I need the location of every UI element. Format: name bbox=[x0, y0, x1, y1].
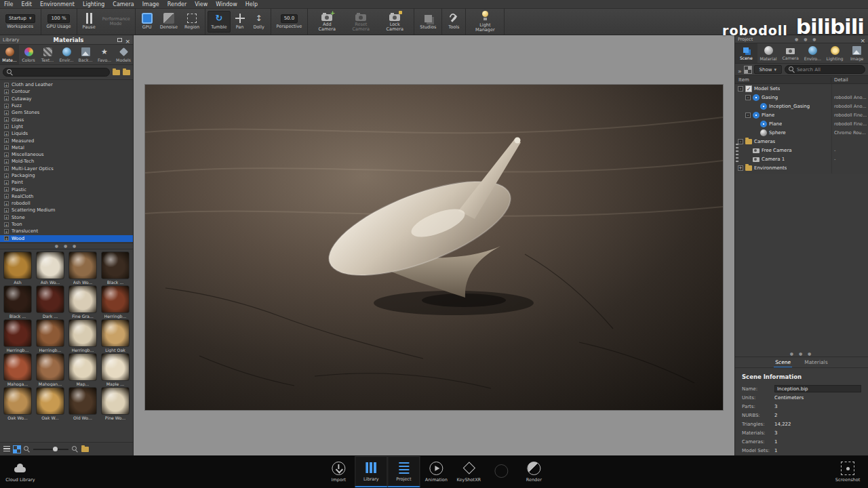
tree-row[interactable]: Camera 1- bbox=[735, 155, 868, 163]
subtab-scene[interactable]: Scene bbox=[774, 358, 792, 367]
library-search-input[interactable] bbox=[3, 68, 110, 77]
tree-row[interactable]: -Cameras bbox=[735, 137, 868, 146]
category-item[interactable]: Gem Stones bbox=[0, 109, 133, 116]
menu-item-camera[interactable]: Camera bbox=[108, 0, 138, 9]
menu-item-render[interactable]: Render bbox=[163, 0, 191, 9]
category-item[interactable]: Measured bbox=[0, 137, 133, 144]
category-item[interactable]: Fuzz bbox=[0, 102, 133, 109]
material-item[interactable]: Herringb... bbox=[100, 285, 131, 319]
add-folder-icon[interactable] bbox=[123, 70, 130, 75]
pause-button[interactable]: Pause bbox=[79, 11, 99, 32]
category-item[interactable]: Toon bbox=[0, 221, 133, 228]
material-item[interactable]: Mahogan... bbox=[35, 353, 66, 386]
denoise-button[interactable]: Denoise bbox=[157, 11, 181, 32]
material-item[interactable]: Mahoga... bbox=[2, 353, 33, 386]
expand-icon[interactable] bbox=[4, 201, 9, 206]
viewport-render[interactable] bbox=[145, 85, 723, 410]
expander-icon[interactable]: + bbox=[738, 165, 743, 171]
category-item[interactable]: Packaging bbox=[0, 172, 133, 179]
category-item[interactable]: Multi-Layer Optics bbox=[0, 165, 133, 172]
library-tab-colors[interactable]: Colors bbox=[19, 45, 38, 64]
expander-icon[interactable]: - bbox=[738, 139, 743, 144]
expand-icon[interactable] bbox=[4, 236, 9, 241]
category-item[interactable]: Scattering Medium bbox=[0, 207, 133, 214]
tree-row[interactable]: SphereChrome Rou... bbox=[735, 128, 868, 137]
eye-icon[interactable] bbox=[760, 121, 767, 127]
pan-button[interactable]: Pan bbox=[231, 11, 250, 32]
menu-item-view[interactable]: View bbox=[191, 0, 212, 9]
studios-button[interactable]: Studios bbox=[416, 12, 439, 32]
checkbox-icon[interactable] bbox=[745, 85, 752, 92]
region-button[interactable]: Region bbox=[181, 11, 203, 32]
eye-icon[interactable] bbox=[753, 112, 760, 119]
expand-icon[interactable] bbox=[4, 124, 9, 129]
tree-row[interactable]: Inception_Gasingrobodoll Ano... bbox=[735, 102, 868, 110]
expand-icon[interactable] bbox=[4, 117, 9, 122]
category-item[interactable]: Translucent bbox=[0, 228, 133, 235]
expand-icon[interactable] bbox=[4, 194, 9, 199]
tree-row[interactable]: Planerobodoll Fine... bbox=[735, 119, 868, 128]
expand-icon[interactable] bbox=[4, 138, 9, 143]
library-tab-models[interactable]: Models bbox=[114, 45, 133, 64]
gpu-usage-value[interactable]: 100 % bbox=[47, 14, 69, 23]
bottom-item-disabled-feature[interactable] bbox=[485, 456, 517, 487]
reset-camera-button[interactable]: Reset Camera bbox=[344, 9, 378, 35]
material-item[interactable]: Ash Wo... bbox=[35, 251, 66, 285]
tumble-button[interactable]: Tumble bbox=[208, 11, 230, 32]
workspace-dropdown[interactable]: Startup bbox=[5, 14, 35, 23]
screenshot-button[interactable]: Screenshot bbox=[831, 456, 864, 487]
column-detail[interactable]: Detail bbox=[831, 77, 848, 83]
category-item[interactable]: Cutaway bbox=[0, 96, 133, 102]
material-item[interactable]: Oak W... bbox=[35, 387, 66, 420]
menu-item-environment[interactable]: Environment bbox=[36, 0, 79, 9]
library-tab-favo[interactable]: Favo... bbox=[95, 45, 114, 64]
category-item[interactable]: Mold-Tech bbox=[0, 158, 133, 165]
panel-splitter[interactable] bbox=[0, 243, 133, 249]
material-item[interactable]: Maple ... bbox=[100, 353, 131, 386]
expand-icon[interactable] bbox=[4, 174, 9, 178]
expand-icon[interactable] bbox=[4, 83, 9, 87]
expand-icon[interactable] bbox=[4, 131, 9, 136]
category-item[interactable]: Cloth and Leather bbox=[0, 81, 133, 88]
column-item[interactable]: Item bbox=[735, 77, 831, 83]
menu-item-image[interactable]: Image bbox=[138, 0, 163, 9]
menu-item-file[interactable]: File bbox=[0, 0, 17, 9]
project-tab-camera[interactable]: Camera bbox=[779, 43, 802, 63]
project-tab-enviro[interactable]: Enviro... bbox=[802, 43, 824, 63]
category-item[interactable]: Contour bbox=[0, 88, 133, 95]
workspace-selector[interactable]: Startup Workspaces bbox=[2, 12, 39, 31]
category-item[interactable]: Light bbox=[0, 123, 133, 130]
eye-icon[interactable] bbox=[760, 103, 767, 110]
expander-icon[interactable]: - bbox=[745, 113, 751, 118]
dolly-button[interactable]: Dolly bbox=[250, 11, 269, 32]
scene-info-value[interactable]: Inception.bip bbox=[774, 385, 861, 392]
folders-icon[interactable] bbox=[113, 70, 120, 75]
performance-mode-button[interactable]: Performance Mode bbox=[99, 15, 133, 29]
panel-resize-handle[interactable] bbox=[736, 144, 738, 164]
expander-icon[interactable]: - bbox=[738, 86, 743, 92]
material-item[interactable]: Herringb... bbox=[35, 319, 66, 352]
thumbnail-size-slider[interactable] bbox=[33, 449, 68, 450]
expand-icon[interactable] bbox=[4, 159, 9, 164]
menu-item-window[interactable]: Window bbox=[212, 0, 241, 9]
gpu-button[interactable]: GPU bbox=[138, 11, 157, 32]
eye-icon[interactable] bbox=[753, 94, 760, 101]
expand-icon[interactable] bbox=[4, 145, 9, 150]
menu-item-edit[interactable]: Edit bbox=[17, 0, 36, 9]
material-item[interactable]: Map... bbox=[67, 353, 98, 386]
category-item[interactable]: RealCloth bbox=[0, 193, 133, 200]
expand-icon[interactable] bbox=[4, 208, 9, 213]
bottom-item-keyshotxr[interactable]: KeyShotXR bbox=[452, 456, 485, 487]
gpu-usage-control[interactable]: 100 % GPU Usage bbox=[43, 12, 75, 31]
subtab-materials[interactable]: Materials bbox=[803, 358, 829, 367]
expand-icon[interactable] bbox=[4, 152, 9, 157]
category-item[interactable]: Liquids bbox=[0, 130, 133, 137]
expand-icon[interactable] bbox=[4, 104, 9, 108]
project-tab-image[interactable]: Image bbox=[846, 43, 868, 63]
cloud-library-button[interactable]: Cloud Library bbox=[4, 456, 37, 487]
material-item[interactable]: Ash bbox=[2, 251, 33, 285]
expand-icon[interactable] bbox=[4, 229, 9, 234]
category-item[interactable]: robodoll bbox=[0, 200, 133, 207]
library-tab-text[interactable]: Text... bbox=[38, 45, 57, 64]
bottom-item-project[interactable]: Project bbox=[387, 456, 420, 487]
